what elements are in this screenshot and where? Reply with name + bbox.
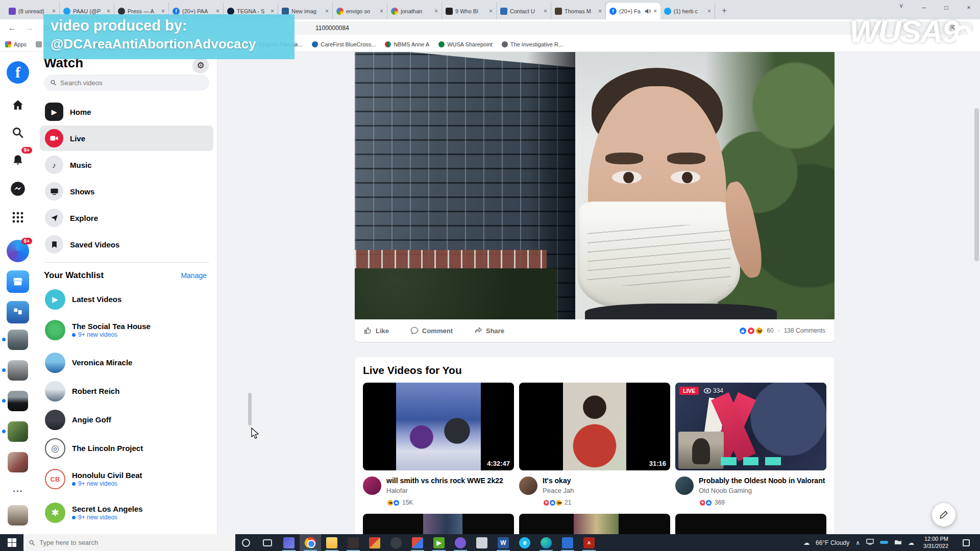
group-shortcut-thumbnail[interactable] xyxy=(8,360,28,381)
taskbar-app-edge[interactable] xyxy=(535,534,557,551)
sidebar-item-live[interactable]: Live xyxy=(40,126,213,151)
live-video-card-thumbnail[interactable]: LIVE334 xyxy=(675,383,826,470)
facebook-logo[interactable]: f xyxy=(7,61,29,84)
messenger-icon[interactable] xyxy=(7,178,29,200)
watchlist-item[interactable]: The Social Tea House9+ new videos xyxy=(40,314,209,346)
notifications-bell-icon[interactable]: 9+ xyxy=(7,149,29,171)
task-view-button[interactable] xyxy=(257,534,278,551)
taskbar-app-word[interactable]: W xyxy=(493,534,514,551)
taskbar-app-ie[interactable]: e xyxy=(514,534,535,551)
live-video-player[interactable] xyxy=(355,52,835,319)
sidebar-item-shows[interactable]: Shows xyxy=(40,179,213,204)
taskbar-app-dark[interactable] xyxy=(342,534,364,551)
watch-settings-gear-icon[interactable]: ⚙ xyxy=(192,57,209,73)
taskbar-app-office[interactable] xyxy=(407,534,428,551)
taskbar-app-news[interactable] xyxy=(364,534,385,551)
new-tab-button[interactable]: + xyxy=(717,4,731,18)
watchlist-item[interactable]: CBHonolulu Civil Beat9+ new videos xyxy=(40,463,209,495)
weather-cloud-icon[interactable]: ☁ xyxy=(803,539,810,546)
sidebar-item-home[interactable]: ▶Home xyxy=(40,99,213,124)
tray-display-icon[interactable] xyxy=(866,539,874,546)
watchlist-item[interactable]: Robert Reich xyxy=(40,378,209,405)
browser-tab[interactable]: envigo so xyxy=(333,3,387,19)
tab-close-icon[interactable] xyxy=(544,8,547,15)
tray-bluetooth-icon[interactable] xyxy=(880,539,888,546)
taskbar-app-chrome[interactable] xyxy=(300,534,321,551)
tab-close-icon[interactable] xyxy=(598,8,602,15)
group-shortcut-thumbnail[interactable] xyxy=(8,421,28,442)
back-button[interactable]: ← xyxy=(6,23,18,33)
tab-close-icon[interactable] xyxy=(161,8,165,15)
live-video-card-thumbnail[interactable]: 31:16 xyxy=(519,383,670,470)
tab-close-icon[interactable] xyxy=(271,8,274,15)
profile-avatar[interactable] xyxy=(8,505,28,525)
sidebar-item-explore[interactable]: Explore xyxy=(40,205,213,231)
browser-tab[interactable]: (1) herb c xyxy=(660,3,715,19)
watchlist-item[interactable]: Veronica Miracle xyxy=(40,349,209,377)
browser-tab[interactable]: 9 Who Bl xyxy=(442,3,497,19)
live-video-card-thumbnail[interactable]: 4:32:47 xyxy=(363,383,514,470)
marketplace-shortcut-icon[interactable] xyxy=(7,270,29,293)
page-scrollbar-thumb[interactable] xyxy=(974,108,979,261)
live-video-card-meta[interactable]: It's okayPeace Jah ♥21 xyxy=(519,477,670,507)
live-video-card-thumbnail[interactable] xyxy=(519,514,670,534)
live-video-card-thumbnail[interactable] xyxy=(675,514,826,534)
action-center-button[interactable] xyxy=(958,539,975,546)
tray-onedrive-icon[interactable]: ☁ xyxy=(908,539,914,546)
tab-close-icon[interactable] xyxy=(107,8,110,15)
browser-tab[interactable]: jonathan xyxy=(387,3,442,19)
comment-button[interactable]: Comment xyxy=(410,327,453,335)
tray-folder-icon[interactable] xyxy=(894,539,902,546)
bookmark-item[interactable]: CareFirst BlueCross... xyxy=(312,41,376,47)
home-nav-icon[interactable] xyxy=(7,94,29,116)
like-button[interactable]: Like xyxy=(364,327,389,335)
tab-close-icon[interactable] xyxy=(216,8,219,15)
group-shortcut-thumbnail[interactable] xyxy=(8,452,28,472)
reaction-summary[interactable]: ♥ 60 138 Comments xyxy=(739,327,825,335)
cortana-button[interactable] xyxy=(235,534,257,551)
taskbar-search[interactable] xyxy=(23,534,235,551)
browser-tab[interactable]: Contact U xyxy=(497,3,551,19)
live-video-card-thumbnail[interactable] xyxy=(363,514,514,534)
bookmark-item[interactable]: NBMS Anne A xyxy=(385,41,429,47)
bookmark-item[interactable]: The Investigative R... xyxy=(502,41,563,47)
watchlist-item[interactable]: ▶Latest Videos xyxy=(40,286,209,313)
group-shortcut-thumbnail[interactable] xyxy=(8,391,28,411)
tab-close-icon[interactable] xyxy=(653,8,657,15)
apps-menu-icon[interactable] xyxy=(7,206,29,229)
tab-close-icon[interactable] xyxy=(434,8,438,15)
taskbar-app-file-explorer[interactable] xyxy=(321,534,342,551)
shortcut-app-icon[interactable]: 6+ xyxy=(7,240,29,262)
forward-button[interactable]: → xyxy=(23,23,36,33)
browser-tab-active[interactable]: f(20+) Fa xyxy=(606,3,660,19)
see-more-ellipsis-icon[interactable]: ⋯ xyxy=(7,480,29,502)
taskbar-app-acrobat[interactable]: A xyxy=(578,534,600,551)
bookmark-item[interactable]: WUSA Sharepoint xyxy=(438,41,493,47)
tab-close-icon[interactable] xyxy=(380,8,383,15)
tab-list-chevron-icon[interactable]: ∨ xyxy=(899,2,903,9)
taskbar-app-obs[interactable] xyxy=(450,534,471,551)
taskbar-app-paint[interactable] xyxy=(471,534,493,551)
tab-close-icon[interactable] xyxy=(52,8,56,15)
watch-search[interactable] xyxy=(44,74,209,91)
bookmark-item[interactable]: Apps xyxy=(5,41,27,47)
group-shortcut-thumbnail[interactable] xyxy=(8,330,28,350)
live-video-card-meta[interactable]: Probably the Oldest Noob in ValorantOld … xyxy=(675,477,826,507)
watchlist-item[interactable]: ◎The Lincoln Project xyxy=(40,435,209,462)
taskbar-clock[interactable]: 12:00 PM 3/31/2022 xyxy=(920,536,951,550)
taskbar-app-teams[interactable] xyxy=(278,534,300,551)
tab-close-icon[interactable] xyxy=(489,8,493,15)
tab-close-icon[interactable] xyxy=(325,8,329,15)
tab-audio-icon[interactable] xyxy=(645,8,651,14)
weather-text[interactable]: 66°F Cloudy xyxy=(816,539,849,546)
watchlist-item[interactable]: Angie Goff xyxy=(40,406,209,434)
tray-chevron-icon[interactable]: ∧ xyxy=(855,539,860,546)
search-nav-icon[interactable] xyxy=(7,121,29,144)
watchlist-item[interactable]: ✱Secret Los Angeles9+ new videos xyxy=(40,497,209,529)
pages-shortcut-icon[interactable] xyxy=(7,301,29,323)
start-button[interactable] xyxy=(0,534,23,551)
browser-tab[interactable]: Thomas M xyxy=(551,3,606,19)
sidebar-item-music[interactable]: ♪Music xyxy=(40,152,213,178)
live-video-card-meta[interactable]: will smith vs chris rock WWE 2k22Halofar… xyxy=(363,477,514,507)
sidebar-item-saved-videos[interactable]: Saved Videos xyxy=(40,232,213,257)
